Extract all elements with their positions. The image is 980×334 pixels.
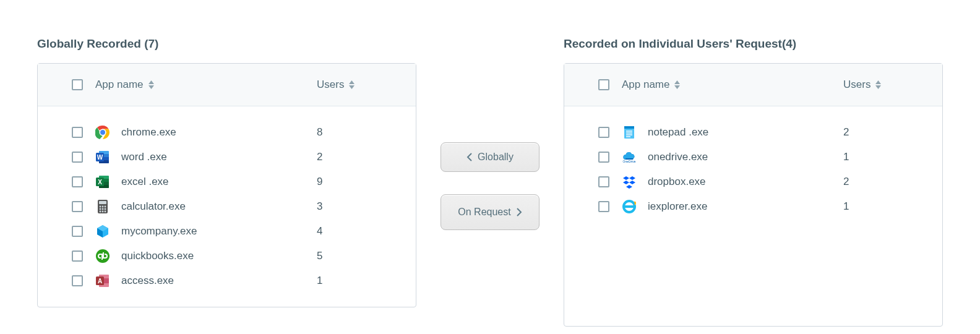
globally-title: Globally Recorded (7) (37, 37, 416, 51)
table-row: dropbox.exe2 (598, 169, 942, 194)
onrequest-title: Recorded on Individual Users' Request(4) (564, 37, 943, 51)
chevron-left-icon (466, 153, 473, 161)
svg-rect-20 (99, 201, 106, 204)
app-name: onedrive.exe (648, 151, 843, 163)
svg-point-23 (105, 206, 106, 208)
user-count: 1 (317, 275, 416, 287)
move-onrequest-label: On Request (458, 207, 510, 218)
table-row: iexplorer.exe1 (598, 194, 942, 219)
chevron-right-icon (516, 208, 522, 216)
box-icon (95, 224, 121, 239)
svg-point-24 (100, 208, 101, 210)
svg-text:OneDrive: OneDrive (622, 160, 635, 163)
ie-icon (622, 199, 648, 214)
user-count: 1 (843, 200, 942, 213)
app-name: notepad .exe (648, 126, 843, 139)
app-name: calculator.exe (121, 200, 317, 213)
globally-col-users[interactable]: Users (317, 79, 416, 91)
svg-marker-1 (148, 85, 154, 89)
user-count: 2 (317, 151, 416, 163)
svg-point-29 (105, 211, 106, 213)
sort-icon (875, 80, 881, 89)
dropbox-icon (622, 174, 648, 189)
row-checkbox[interactable] (598, 201, 609, 212)
app-name: excel .exe (121, 176, 317, 188)
quickbooks-icon (95, 249, 121, 263)
globally-table: App name Users chrome.exe8Wword .exe2Xex… (37, 63, 416, 307)
app-name: word .exe (121, 151, 317, 163)
excel-icon: X (95, 174, 121, 189)
col-users-label: Users (317, 79, 344, 91)
row-checkbox[interactable] (72, 176, 83, 187)
user-count: 1 (843, 151, 942, 163)
sort-icon (148, 80, 154, 89)
globally-recorded-panel: Globally Recorded (7) App name Users (37, 37, 416, 307)
transfer-controls: Globally On Request (435, 37, 545, 230)
calculator-icon (95, 199, 121, 214)
svg-point-22 (102, 206, 104, 208)
globally-col-appname[interactable]: App name (95, 79, 317, 91)
table-row: OneDriveonedrive.exe1 (598, 145, 942, 169)
row-checkbox[interactable] (72, 127, 83, 138)
globally-select-all-checkbox[interactable] (72, 79, 83, 90)
svg-point-26 (105, 208, 106, 210)
row-checkbox[interactable] (72, 226, 83, 237)
svg-point-25 (102, 208, 104, 210)
row-checkbox[interactable] (72, 250, 83, 262)
svg-point-6 (100, 130, 105, 135)
move-onrequest-button[interactable]: On Request (441, 194, 539, 230)
user-count: 8 (317, 126, 416, 139)
notepad-icon (622, 125, 648, 140)
svg-marker-35 (674, 80, 680, 84)
row-checkbox[interactable] (598, 152, 609, 163)
row-checkbox[interactable] (598, 127, 609, 138)
svg-point-28 (102, 211, 104, 213)
move-globally-button[interactable]: Globally (441, 142, 539, 172)
svg-marker-37 (875, 80, 881, 84)
app-name: quickbooks.exe (121, 250, 317, 262)
table-row: calculator.exe3 (72, 194, 416, 219)
svg-text:W: W (97, 154, 103, 161)
svg-text:X: X (98, 179, 102, 186)
table-row: mycompany.exe4 (72, 219, 416, 244)
table-row: Xexcel .exe9 (72, 169, 416, 194)
onrequest-table-header: App name Users (564, 64, 942, 106)
svg-marker-3 (349, 85, 355, 89)
svg-text:A: A (98, 278, 102, 285)
row-checkbox[interactable] (598, 176, 609, 187)
access-icon: A (95, 273, 121, 288)
row-checkbox[interactable] (72, 152, 83, 163)
svg-marker-36 (674, 85, 680, 89)
svg-marker-38 (875, 85, 881, 89)
row-checkbox[interactable] (72, 201, 83, 212)
chrome-icon (95, 125, 121, 140)
table-row: chrome.exe8 (72, 120, 416, 145)
table-row: Aaccess.exe1 (72, 268, 416, 293)
row-checkbox[interactable] (72, 275, 83, 286)
col-appname-label: App name (622, 79, 670, 91)
onrequest-panel: Recorded on Individual Users' Request(4)… (564, 37, 943, 327)
sort-icon (674, 80, 680, 89)
user-count: 2 (843, 126, 942, 139)
svg-point-21 (100, 206, 101, 208)
col-users-label: Users (843, 79, 870, 91)
table-row: notepad .exe2 (598, 120, 942, 145)
sort-icon (349, 80, 355, 89)
onrequest-select-all-checkbox[interactable] (598, 79, 609, 90)
user-count: 4 (317, 225, 416, 238)
table-row: Wword .exe2 (72, 145, 416, 169)
app-name: chrome.exe (121, 126, 317, 139)
svg-rect-40 (624, 126, 634, 129)
onrequest-col-users[interactable]: Users (843, 79, 942, 91)
user-count: 2 (843, 176, 942, 188)
col-appname-label: App name (95, 79, 144, 91)
svg-marker-0 (148, 80, 154, 84)
word-icon: W (95, 150, 121, 165)
app-name: access.exe (121, 275, 317, 287)
user-count: 3 (317, 200, 416, 213)
app-name: mycompany.exe (121, 225, 317, 238)
app-name: dropbox.exe (648, 176, 843, 188)
onrequest-col-appname[interactable]: App name (622, 79, 843, 91)
user-count: 5 (317, 250, 416, 262)
table-row: quickbooks.exe5 (72, 244, 416, 268)
